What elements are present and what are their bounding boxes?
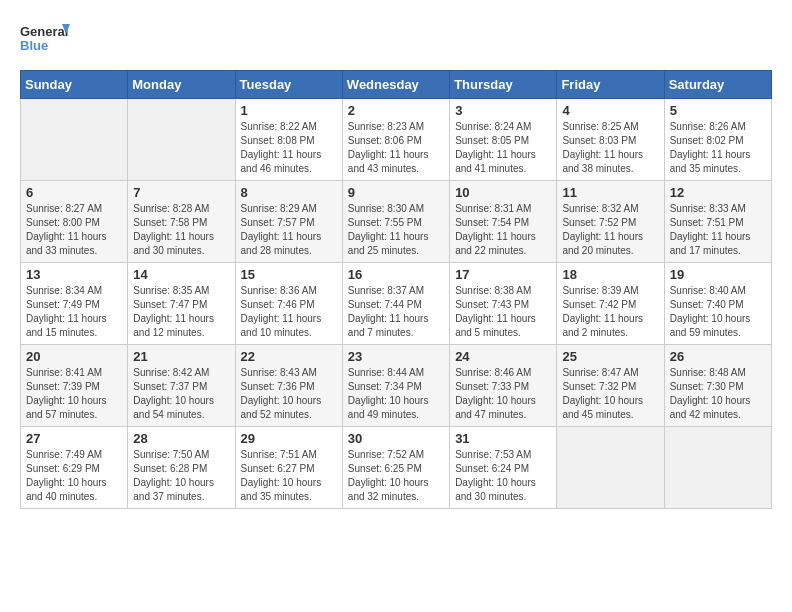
day-number: 4 [562,103,658,118]
day-info: Sunrise: 8:25 AM Sunset: 8:03 PM Dayligh… [562,120,658,176]
day-info: Sunrise: 8:37 AM Sunset: 7:44 PM Dayligh… [348,284,444,340]
calendar-cell: 17Sunrise: 8:38 AM Sunset: 7:43 PM Dayli… [450,263,557,345]
logo: General Blue [20,20,70,60]
calendar-week-row: 27Sunrise: 7:49 AM Sunset: 6:29 PM Dayli… [21,427,772,509]
day-info: Sunrise: 8:27 AM Sunset: 8:00 PM Dayligh… [26,202,122,258]
calendar-cell: 16Sunrise: 8:37 AM Sunset: 7:44 PM Dayli… [342,263,449,345]
calendar-cell: 24Sunrise: 8:46 AM Sunset: 7:33 PM Dayli… [450,345,557,427]
day-info: Sunrise: 7:53 AM Sunset: 6:24 PM Dayligh… [455,448,551,504]
day-info: Sunrise: 8:48 AM Sunset: 7:30 PM Dayligh… [670,366,766,422]
calendar-week-row: 1Sunrise: 8:22 AM Sunset: 8:08 PM Daylig… [21,99,772,181]
day-number: 8 [241,185,337,200]
day-number: 24 [455,349,551,364]
day-number: 29 [241,431,337,446]
calendar-cell [557,427,664,509]
day-number: 30 [348,431,444,446]
day-number: 19 [670,267,766,282]
day-number: 20 [26,349,122,364]
calendar-cell: 28Sunrise: 7:50 AM Sunset: 6:28 PM Dayli… [128,427,235,509]
day-number: 14 [133,267,229,282]
calendar-cell: 21Sunrise: 8:42 AM Sunset: 7:37 PM Dayli… [128,345,235,427]
day-number: 5 [670,103,766,118]
svg-text:General: General [20,24,68,39]
calendar-header-row: SundayMondayTuesdayWednesdayThursdayFrid… [21,71,772,99]
header-day-tuesday: Tuesday [235,71,342,99]
calendar-cell: 31Sunrise: 7:53 AM Sunset: 6:24 PM Dayli… [450,427,557,509]
day-number: 11 [562,185,658,200]
day-info: Sunrise: 8:33 AM Sunset: 7:51 PM Dayligh… [670,202,766,258]
day-info: Sunrise: 8:42 AM Sunset: 7:37 PM Dayligh… [133,366,229,422]
day-info: Sunrise: 8:38 AM Sunset: 7:43 PM Dayligh… [455,284,551,340]
calendar-cell: 14Sunrise: 8:35 AM Sunset: 7:47 PM Dayli… [128,263,235,345]
calendar-cell: 19Sunrise: 8:40 AM Sunset: 7:40 PM Dayli… [664,263,771,345]
day-info: Sunrise: 8:32 AM Sunset: 7:52 PM Dayligh… [562,202,658,258]
day-number: 10 [455,185,551,200]
day-info: Sunrise: 7:50 AM Sunset: 6:28 PM Dayligh… [133,448,229,504]
page-header: General Blue [20,20,772,60]
day-number: 23 [348,349,444,364]
day-number: 9 [348,185,444,200]
day-number: 17 [455,267,551,282]
day-number: 15 [241,267,337,282]
day-info: Sunrise: 8:47 AM Sunset: 7:32 PM Dayligh… [562,366,658,422]
day-number: 16 [348,267,444,282]
calendar-cell: 7Sunrise: 8:28 AM Sunset: 7:58 PM Daylig… [128,181,235,263]
calendar-cell: 30Sunrise: 7:52 AM Sunset: 6:25 PM Dayli… [342,427,449,509]
calendar-cell: 2Sunrise: 8:23 AM Sunset: 8:06 PM Daylig… [342,99,449,181]
day-info: Sunrise: 8:36 AM Sunset: 7:46 PM Dayligh… [241,284,337,340]
day-number: 7 [133,185,229,200]
day-number: 21 [133,349,229,364]
day-number: 25 [562,349,658,364]
svg-text:Blue: Blue [20,38,48,53]
calendar-cell: 3Sunrise: 8:24 AM Sunset: 8:05 PM Daylig… [450,99,557,181]
calendar-cell: 5Sunrise: 8:26 AM Sunset: 8:02 PM Daylig… [664,99,771,181]
day-number: 3 [455,103,551,118]
calendar-cell: 25Sunrise: 8:47 AM Sunset: 7:32 PM Dayli… [557,345,664,427]
day-info: Sunrise: 8:44 AM Sunset: 7:34 PM Dayligh… [348,366,444,422]
header-day-thursday: Thursday [450,71,557,99]
day-number: 26 [670,349,766,364]
day-info: Sunrise: 7:51 AM Sunset: 6:27 PM Dayligh… [241,448,337,504]
calendar-cell [21,99,128,181]
calendar-cell: 13Sunrise: 8:34 AM Sunset: 7:49 PM Dayli… [21,263,128,345]
day-info: Sunrise: 7:52 AM Sunset: 6:25 PM Dayligh… [348,448,444,504]
day-info: Sunrise: 8:30 AM Sunset: 7:55 PM Dayligh… [348,202,444,258]
day-info: Sunrise: 8:23 AM Sunset: 8:06 PM Dayligh… [348,120,444,176]
calendar-cell [128,99,235,181]
day-info: Sunrise: 8:34 AM Sunset: 7:49 PM Dayligh… [26,284,122,340]
calendar-cell: 27Sunrise: 7:49 AM Sunset: 6:29 PM Dayli… [21,427,128,509]
calendar-week-row: 6Sunrise: 8:27 AM Sunset: 8:00 PM Daylig… [21,181,772,263]
day-info: Sunrise: 8:46 AM Sunset: 7:33 PM Dayligh… [455,366,551,422]
day-info: Sunrise: 8:40 AM Sunset: 7:40 PM Dayligh… [670,284,766,340]
day-number: 6 [26,185,122,200]
day-info: Sunrise: 7:49 AM Sunset: 6:29 PM Dayligh… [26,448,122,504]
day-number: 1 [241,103,337,118]
header-day-friday: Friday [557,71,664,99]
calendar-cell: 26Sunrise: 8:48 AM Sunset: 7:30 PM Dayli… [664,345,771,427]
calendar-cell [664,427,771,509]
calendar-cell: 9Sunrise: 8:30 AM Sunset: 7:55 PM Daylig… [342,181,449,263]
calendar-cell: 20Sunrise: 8:41 AM Sunset: 7:39 PM Dayli… [21,345,128,427]
calendar-cell: 23Sunrise: 8:44 AM Sunset: 7:34 PM Dayli… [342,345,449,427]
calendar-cell: 18Sunrise: 8:39 AM Sunset: 7:42 PM Dayli… [557,263,664,345]
day-info: Sunrise: 8:41 AM Sunset: 7:39 PM Dayligh… [26,366,122,422]
day-info: Sunrise: 8:35 AM Sunset: 7:47 PM Dayligh… [133,284,229,340]
day-info: Sunrise: 8:29 AM Sunset: 7:57 PM Dayligh… [241,202,337,258]
day-number: 22 [241,349,337,364]
calendar-table: SundayMondayTuesdayWednesdayThursdayFrid… [20,70,772,509]
day-info: Sunrise: 8:26 AM Sunset: 8:02 PM Dayligh… [670,120,766,176]
day-info: Sunrise: 8:22 AM Sunset: 8:08 PM Dayligh… [241,120,337,176]
calendar-cell: 4Sunrise: 8:25 AM Sunset: 8:03 PM Daylig… [557,99,664,181]
calendar-cell: 1Sunrise: 8:22 AM Sunset: 8:08 PM Daylig… [235,99,342,181]
header-day-sunday: Sunday [21,71,128,99]
calendar-cell: 8Sunrise: 8:29 AM Sunset: 7:57 PM Daylig… [235,181,342,263]
calendar-week-row: 20Sunrise: 8:41 AM Sunset: 7:39 PM Dayli… [21,345,772,427]
calendar-cell: 12Sunrise: 8:33 AM Sunset: 7:51 PM Dayli… [664,181,771,263]
logo-svg: General Blue [20,20,70,60]
day-info: Sunrise: 8:24 AM Sunset: 8:05 PM Dayligh… [455,120,551,176]
day-info: Sunrise: 8:43 AM Sunset: 7:36 PM Dayligh… [241,366,337,422]
day-info: Sunrise: 8:39 AM Sunset: 7:42 PM Dayligh… [562,284,658,340]
calendar-cell: 6Sunrise: 8:27 AM Sunset: 8:00 PM Daylig… [21,181,128,263]
day-number: 28 [133,431,229,446]
day-number: 31 [455,431,551,446]
